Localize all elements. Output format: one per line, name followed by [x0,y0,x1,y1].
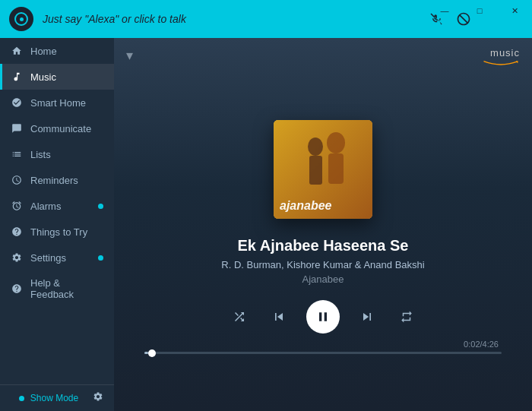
sidebar-item-things[interactable]: Things to Try [0,219,114,245]
gear-icon[interactable] [93,391,103,405]
sidebar-item-reminders[interactable]: Reminders [0,167,114,193]
svg-rect-5 [309,156,322,185]
things-label: Things to Try [30,226,87,238]
music-label: Music [30,71,56,83]
settings-badge [98,255,103,261]
window-controls: — □ ✕ [427,0,532,21]
maximize-button[interactable]: □ [462,0,497,21]
progress-thumb[interactable] [148,349,156,357]
reminders-label: Reminders [30,175,78,186]
shuffle-button[interactable] [227,305,252,329]
home-icon [11,45,23,57]
svg-point-4 [308,138,323,156]
album-art-bg: ajanabee [274,120,372,219]
sidebar-bottom: Show Mode [0,384,114,411]
home-label: Home [30,46,57,57]
content-header: ▾ music [114,38,532,78]
song-album: Ajanabee [302,273,344,285]
content-area: ▾ music [114,38,532,411]
amazon-music-text: music [490,47,520,58]
help-icon [11,283,23,295]
lists-icon [11,148,23,160]
album-art: ajanabee [274,120,372,219]
things-icon [11,226,23,238]
next-button[interactable] [355,305,379,329]
communicate-icon [11,122,23,134]
svg-point-2 [327,132,345,153]
minimize-button[interactable]: — [427,0,462,21]
total-time: 4:26 [483,340,499,349]
alexa-logo-ring [14,12,28,26]
sidebar-item-music[interactable]: Music [0,64,114,90]
amazon-music-logo: music [482,47,520,69]
song-artist: R. D. Burman, Kishore Kumar & Anand Baks… [221,259,424,270]
show-mode-badge [19,396,24,401]
sidebar: Home Music Smart Home Communicate Lists [0,38,114,411]
help-label: Help & Feedback [30,277,103,300]
player-controls: 0:02 / 4:26 [114,300,532,354]
sidebar-item-home[interactable]: Home [0,38,114,64]
repeat-button[interactable] [394,305,419,329]
svg-text:ajanabee: ajanabee [280,199,332,212]
sidebar-item-lists[interactable]: Lists [0,141,114,167]
sidebar-item-smart-home[interactable]: Smart Home [0,90,114,115]
current-time: 0:02 [464,340,480,349]
communicate-label: Communicate [30,123,91,134]
svg-rect-3 [328,153,344,184]
smart-home-icon [11,96,23,109]
alexa-logo-dot [20,17,24,21]
sidebar-item-help[interactable]: Help & Feedback [0,270,114,307]
progress-section: 0:02 / 4:26 [144,340,502,354]
progress-bar[interactable] [144,352,502,354]
alexa-logo [9,7,33,31]
sidebar-item-settings[interactable]: Settings [0,245,114,270]
alarms-label: Alarms [30,201,61,212]
song-title: Ek Ajnabee Haseena Se [238,237,409,255]
time-display: 0:02 / 4:26 [144,340,502,349]
alarms-icon [11,200,23,212]
alarms-badge [98,204,103,209]
collapse-button[interactable]: ▾ [126,47,133,64]
show-mode-label[interactable]: Show Mode [30,393,78,403]
music-icon [11,71,23,83]
settings-icon [11,251,23,264]
album-section: ajanabee Ek Ajnabee Haseena Se R. D. Bur… [114,78,532,411]
previous-button[interactable] [267,305,291,329]
smart-home-label: Smart Home [30,97,86,109]
close-button[interactable]: ✕ [497,0,532,21]
amazon-smile-icon [482,58,520,69]
settings-label: Settings [30,252,66,264]
album-art-illustration: ajanabee [274,120,372,219]
play-pause-button[interactable] [306,300,340,334]
sidebar-item-communicate[interactable]: Communicate [0,115,114,141]
main-layout: Home Music Smart Home Communicate Lists [0,38,532,411]
reminders-icon [11,174,23,186]
sidebar-item-alarms[interactable]: Alarms [0,193,114,219]
lists-label: Lists [30,149,51,160]
controls-row [227,300,419,334]
title-bar: Just say "Alexa" or click to talk — □ ✕ [0,0,532,38]
